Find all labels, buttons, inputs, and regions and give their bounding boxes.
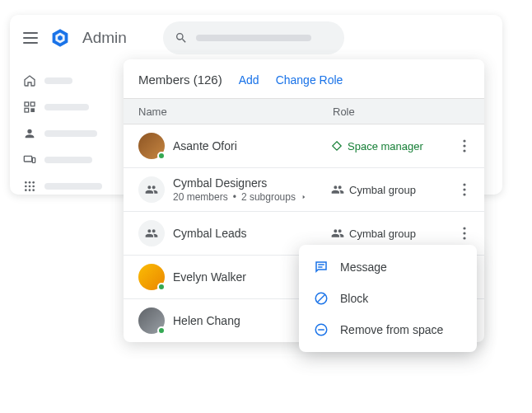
svg-point-10 <box>29 185 31 188</box>
svg-point-22 <box>463 232 465 234</box>
row-menu-button[interactable] <box>453 178 476 201</box>
svg-point-20 <box>463 193 465 195</box>
chevron-right-icon <box>301 194 307 200</box>
svg-rect-5 <box>32 157 35 162</box>
svg-point-8 <box>32 181 35 184</box>
sidebar-item[interactable] <box>18 153 117 167</box>
svg-rect-1 <box>30 102 35 106</box>
svg-rect-4 <box>24 156 31 162</box>
block-icon <box>314 291 329 306</box>
search-placeholder <box>196 35 311 41</box>
svg-point-7 <box>29 181 31 184</box>
role-label: Space manager <box>331 140 453 153</box>
change-role-button[interactable]: Change Role <box>276 73 343 87</box>
svg-rect-3 <box>30 108 35 112</box>
member-name: Cymbal Designers <box>173 176 331 190</box>
table-header: Name Role <box>124 98 484 124</box>
avatar <box>135 176 168 203</box>
avatar <box>135 307 168 334</box>
svg-point-19 <box>463 188 465 190</box>
svg-point-23 <box>463 237 465 239</box>
sidebar-item[interactable] <box>18 101 117 114</box>
app-title: Admin <box>82 29 127 47</box>
home-icon <box>23 74 36 87</box>
remove-icon <box>314 322 329 337</box>
person-icon <box>23 127 36 140</box>
svg-point-21 <box>463 227 465 229</box>
message-icon <box>314 260 329 275</box>
presence-indicator-icon <box>157 283 166 291</box>
row-menu-button[interactable] <box>453 222 476 245</box>
avatar <box>135 133 168 159</box>
sidebar-item[interactable] <box>18 180 117 193</box>
table-row[interactable]: Cymbal Designers 20 members • 2 subgroup… <box>124 168 484 212</box>
search-input[interactable] <box>163 21 344 54</box>
admin-logo-icon <box>49 27 71 49</box>
dashboard-icon <box>23 101 36 114</box>
sidebar-item[interactable] <box>18 74 117 87</box>
row-menu-button[interactable] <box>453 134 476 157</box>
group-icon <box>145 227 158 240</box>
svg-rect-2 <box>25 108 29 112</box>
role-label: Cymbal group <box>331 183 453 196</box>
menu-icon[interactable] <box>23 32 38 44</box>
avatar <box>135 220 168 246</box>
apps-icon <box>23 180 36 193</box>
panel-header: Members (126) Add Change Role <box>124 59 484 98</box>
svg-line-33 <box>318 295 325 303</box>
svg-point-17 <box>463 149 465 152</box>
panel-title: Members (126) <box>138 73 222 87</box>
table-row[interactable]: Asante Ofori Space manager <box>124 124 484 168</box>
svg-point-14 <box>32 189 35 191</box>
sidebar <box>18 74 117 193</box>
svg-rect-0 <box>25 102 29 106</box>
top-bar: Admin <box>10 15 502 61</box>
group-icon <box>145 183 158 196</box>
member-name: Asante Ofori <box>173 139 331 153</box>
menu-remove[interactable]: Remove from space <box>299 314 477 345</box>
svg-point-11 <box>32 185 35 188</box>
member-subtitle: 20 members • 2 subgroups <box>173 191 331 203</box>
presence-indicator-icon <box>157 152 166 160</box>
svg-point-6 <box>25 181 27 184</box>
menu-block[interactable]: Block <box>299 283 477 314</box>
search-icon <box>175 31 188 45</box>
member-name: Cymbal Leads <box>173 227 331 240</box>
role-label: Cymbal group <box>331 227 453 240</box>
svg-point-15 <box>463 139 465 142</box>
add-button[interactable]: Add <box>239 73 259 87</box>
diamond-icon <box>331 140 343 152</box>
svg-point-16 <box>463 144 465 147</box>
avatar <box>135 264 168 290</box>
svg-point-9 <box>25 185 27 188</box>
svg-point-13 <box>29 189 31 191</box>
menu-message[interactable]: Message <box>299 251 477 283</box>
svg-point-12 <box>25 189 27 191</box>
context-menu: Message Block Remove from space <box>299 245 477 352</box>
svg-point-18 <box>463 183 465 185</box>
devices-icon <box>23 153 36 167</box>
column-name: Name <box>124 106 333 118</box>
sidebar-item[interactable] <box>18 127 117 140</box>
group-icon <box>331 227 344 240</box>
column-role: Role <box>333 106 484 118</box>
presence-indicator-icon <box>157 326 166 335</box>
group-icon <box>331 183 344 196</box>
